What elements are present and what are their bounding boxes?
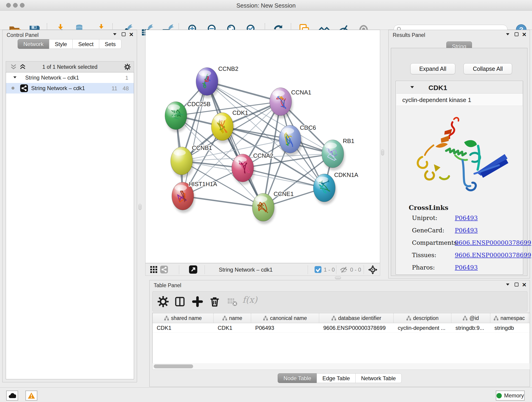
tab-node-table[interactable]: Node Table [278, 373, 317, 383]
open-in-new-window-icon[interactable] [189, 265, 197, 274]
share-network-icon[interactable] [160, 266, 168, 274]
crosslinks-list: Uniprot:P06493GeneCard:P06493Compartment… [396, 215, 523, 276]
crosslink-row: GeneCard:P06493 [396, 227, 523, 239]
crosslink-value-link[interactable]: P06493 [455, 215, 478, 221]
crosslink-label: GeneCard: [412, 227, 444, 234]
crosslink-value-link[interactable]: P06493 [455, 227, 478, 234]
control-panel-tabs: NetworkStyleSelectSets [18, 39, 121, 49]
expand-all-button[interactable]: Expand All [410, 63, 455, 74]
network-view-canvas[interactable]: CCNB2CCNA1CDC25BCDK1CDC6RB1CCNB1CCNA2CDK… [145, 30, 380, 263]
table-cell[interactable]: cyclin-dependent ... [394, 323, 451, 333]
crosslink-value-link[interactable]: 9606.ENSP00000378699 [455, 239, 531, 246]
node-table: shared namenamecanonical namedatabase id… [152, 313, 530, 370]
node-gloss [234, 157, 247, 163]
minimize-panel-icon[interactable] [505, 32, 510, 37]
create-column-plus-icon[interactable] [192, 296, 203, 307]
node-result-header[interactable]: CDK1 [396, 82, 523, 94]
column-header-description[interactable]: description [394, 313, 451, 323]
node-label-CCNA2: CCNA2 [253, 153, 273, 159]
node-gloss [324, 143, 337, 148]
table-cell[interactable]: 9606.ENSP00000378699 [319, 323, 394, 333]
float-panel-icon[interactable] [514, 283, 519, 288]
crosslink-label: Pharos: [412, 264, 435, 271]
collection-expand-icon[interactable] [13, 76, 17, 78]
table-cell[interactable]: stringdb:9... [451, 323, 490, 333]
node-label-HIST1H1A: HIST1H1A [189, 181, 217, 187]
node-count: 11 [112, 85, 117, 92]
string-results-card: Expand All Collapse All CDK1 cyclin-depe… [391, 48, 527, 276]
close-panel-icon[interactable]: ✕ [128, 32, 134, 37]
result-node-name: CDK1 [428, 84, 447, 92]
table-cell[interactable]: CDK1 [214, 323, 251, 333]
string-app-icon [20, 84, 28, 92]
node-label-CCNE1: CCNE1 [273, 191, 294, 197]
memory-button[interactable]: Memory [496, 390, 525, 401]
column-header-database-identifier[interactable]: database identifier [319, 313, 394, 323]
memory-status-dot [496, 393, 502, 398]
tab-network-table[interactable]: Network Table [355, 373, 402, 383]
network-row[interactable]: String Network – cdk1 11 48 [6, 83, 134, 94]
column-header--id[interactable]: @id [451, 313, 490, 323]
crosslink-row: Tissues:9606.ENSP00000378699 [396, 252, 523, 264]
network-list: String Network – cdk1 1 String Network –… [6, 72, 134, 379]
gear-icon[interactable] [124, 64, 131, 70]
close-panel-icon[interactable]: ✕ [521, 32, 527, 37]
table-cell[interactable]: P06493 [251, 323, 319, 333]
table-row[interactable]: CDK1CDK1P064939606.ENSP00000378699cyclin… [152, 323, 530, 333]
collapse-section-icon[interactable] [410, 86, 414, 88]
cloud-status-button[interactable] [6, 390, 18, 401]
results-panel-title: Results Panel [393, 32, 425, 38]
scrollbar-thumb[interactable] [154, 364, 193, 368]
table-cell[interactable]: CDK1 [152, 323, 214, 333]
cloud-icon [8, 393, 16, 399]
node-label-CDC6: CDC6 [300, 124, 316, 131]
left-splitter-grip[interactable] [139, 204, 141, 210]
tab-network[interactable]: Network [18, 39, 49, 49]
edge-CCNB2-CCNE1[interactable] [207, 82, 263, 207]
show-columns-icon[interactable] [174, 296, 185, 307]
results-panel: Results Panel ✕ String Expand All Collap… [388, 30, 530, 279]
minimize-panel-icon[interactable] [505, 283, 510, 288]
network-collection-row[interactable]: String Network – cdk1 1 [6, 72, 134, 83]
birdseye-grid-icon[interactable] [150, 266, 157, 273]
hidden-count-label: 0 - 0 [350, 267, 361, 273]
node-gloss [316, 177, 329, 183]
node-gloss [175, 185, 187, 191]
table-horizontal-scrollbar[interactable] [152, 363, 530, 370]
tab-select[interactable]: Select [72, 39, 99, 49]
tab-style[interactable]: Style [49, 39, 73, 49]
bottom-splitter-grip[interactable] [335, 276, 341, 279]
delete-column-trash-icon[interactable] [209, 296, 220, 307]
tab-sets[interactable]: Sets [99, 39, 121, 49]
crosslink-value-link[interactable]: 9606.ENSP00000378699 [455, 252, 531, 259]
selected-checkbox-icon[interactable] [315, 266, 322, 273]
right-splitter-grip[interactable] [381, 149, 384, 155]
minimize-panel-icon[interactable] [112, 32, 118, 37]
column-header-name[interactable]: name [214, 313, 251, 323]
close-panel-icon[interactable]: ✕ [521, 283, 527, 288]
node-label-CCNA1: CCNA1 [291, 89, 311, 96]
collapse-all-button[interactable]: Collapse All [463, 63, 512, 74]
tab-edge-table[interactable]: Edge Table [317, 373, 355, 383]
crosslinks-title: CrossLinks [409, 204, 448, 211]
edge-CCNB2-HIST1H1A[interactable] [183, 82, 207, 196]
crosslink-label: Uniprot: [412, 215, 437, 221]
node-gloss [282, 128, 294, 134]
folder-back [9, 26, 19, 30]
control-panel: Control Panel ✕ NetworkStyleSelectSets 1… [2, 30, 137, 382]
column-header-shared-name[interactable]: shared name [152, 313, 214, 323]
table-cell[interactable]: stringdb [490, 323, 528, 333]
float-panel-icon[interactable] [121, 32, 126, 37]
node-gloss [168, 104, 180, 110]
crosslink-value-link[interactable]: P06493 [455, 264, 478, 271]
network-view-title: String Network – cdk1 [219, 267, 273, 273]
warnings-button[interactable] [25, 390, 37, 401]
fit-selected-crosshair-icon[interactable] [368, 265, 377, 274]
column-header-namespac[interactable]: namespac [490, 313, 528, 323]
column-header-canonical-name[interactable]: canonical name [251, 313, 319, 323]
crosslink-label: Compartments: [412, 239, 459, 246]
node-gloss [199, 70, 211, 76]
float-panel-icon[interactable] [514, 32, 519, 37]
table-settings-gear-icon[interactable] [158, 296, 169, 307]
node-label-CCNB2: CCNB2 [218, 65, 238, 72]
